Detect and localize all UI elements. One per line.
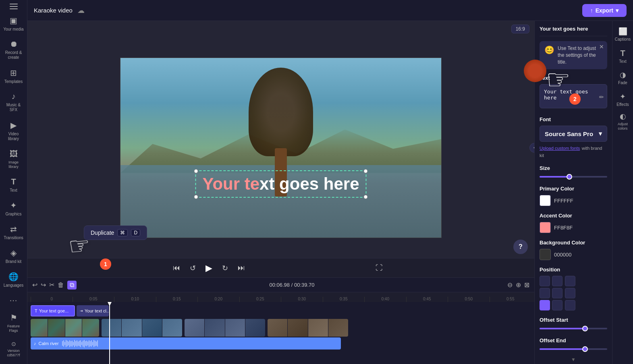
- panel-scroll-down[interactable]: ▼: [540, 358, 607, 361]
- size-slider[interactable]: [540, 176, 607, 178]
- video-segment-1[interactable]: [31, 319, 99, 337]
- video-segment-2[interactable]: [102, 319, 182, 337]
- pos-cell-tl[interactable]: [540, 276, 550, 286]
- sidebar-item-image-library[interactable]: 🖼 Imagelibrary: [2, 146, 26, 172]
- main-content: Karaoke video ☁ ↑ Export ▾ 16:9 ‹: [27, 0, 633, 364]
- pos-cell-tc[interactable]: [552, 276, 562, 286]
- text-panel-icon: T: [620, 49, 625, 58]
- handle-top-right[interactable]: [364, 169, 368, 173]
- sidebar-item-music[interactable]: ♪ Music & SFX: [2, 89, 26, 116]
- undo-button[interactable]: ↩: [32, 281, 37, 289]
- effects-panel-item[interactable]: ✦ Effects: [614, 89, 632, 110]
- hamburger-menu[interactable]: [2, 3, 26, 9]
- tooltip-emoji: 😊: [544, 45, 554, 55]
- pos-cell-ml[interactable]: [540, 288, 550, 298]
- sidebar-item-feature-flags[interactable]: ⚑ FeatureFlags: [2, 310, 26, 336]
- handle-bottom-left[interactable]: [194, 195, 198, 199]
- pos-cell-mc[interactable]: [552, 288, 562, 298]
- pos-cell-bc[interactable]: [552, 300, 562, 310]
- fast-forward-button[interactable]: ↻: [222, 264, 228, 273]
- offset-end-section: Offset End: [540, 337, 607, 352]
- sidebar-item-languages[interactable]: 🌐 Languages: [2, 269, 26, 291]
- sidebar-item-transitions[interactable]: ⇄ Transitions: [2, 221, 26, 243]
- size-slider-container: [540, 174, 607, 179]
- offset-end-slider-thumb[interactable]: [582, 346, 588, 352]
- video-library-icon: ▶: [10, 120, 17, 130]
- version-icon: ⊙: [11, 341, 16, 347]
- tooltip-close-button[interactable]: ✕: [599, 43, 604, 50]
- text-input[interactable]: Your text goes here: [540, 84, 607, 108]
- video-background: [120, 58, 441, 238]
- video-segment-4[interactable]: [268, 319, 348, 337]
- canvas-frame[interactable]: Your text goes here: [120, 58, 442, 238]
- zoom-out-button[interactable]: ⊖: [507, 281, 513, 289]
- delete-button[interactable]: 🗑: [58, 281, 64, 289]
- text-panel-item[interactable]: T Text: [614, 46, 632, 66]
- redo-button[interactable]: ↪: [41, 281, 46, 289]
- adjust-colors-panel-item[interactable]: ◐ Adjustcolors: [614, 111, 632, 131]
- pos-cell-bl[interactable]: [540, 300, 550, 310]
- text-clip-1[interactable]: T Your text goe...: [31, 305, 75, 316]
- sidebar-item-templates[interactable]: ⊞ Templates: [2, 65, 26, 87]
- pos-cell-tr[interactable]: [565, 276, 575, 286]
- sidebar-item-brand-kit[interactable]: ◈ Brand kit: [2, 245, 26, 267]
- fit-timeline-button[interactable]: ⊠: [524, 281, 529, 289]
- ruler-mark: 0:20: [197, 297, 239, 302]
- skip-to-start-button[interactable]: ⏮: [173, 264, 180, 272]
- offset-start-slider-thumb[interactable]: [582, 326, 588, 331]
- project-title[interactable]: Karaoke video: [34, 7, 73, 14]
- help-button[interactable]: ?: [513, 240, 528, 254]
- panel-icons-bar: ⬜ Captions T Text ◑ Fade ✦ Effects ◐ A: [612, 21, 633, 364]
- sidebar-item-more[interactable]: ···: [2, 292, 26, 308]
- cut-button[interactable]: ✂: [49, 281, 54, 289]
- tooltip-banner: 😊 Use Text to adjust the settings of the…: [540, 41, 607, 69]
- canvas-text-selection[interactable]: Your text goes here: [195, 170, 366, 198]
- copy-button[interactable]: ⧉: [67, 281, 77, 290]
- rewind-button[interactable]: ↺: [190, 264, 196, 273]
- sidebar-item-video-library[interactable]: ▶ Video library: [2, 117, 26, 145]
- sidebar-item-text[interactable]: T Text: [2, 174, 26, 196]
- audio-track: ♪ Calm river: [27, 337, 534, 352]
- audio-clip[interactable]: ♪ Calm river: [31, 337, 341, 350]
- sidebar-item-your-media[interactable]: ▣ Your media: [2, 12, 26, 35]
- timeline-area: ↩ ↪ ✂ 🗑 ⧉ 00:06.98 / 00:39.70 ⊖ ⊕ ⊠: [27, 277, 534, 364]
- video-segment-3[interactable]: [185, 319, 265, 337]
- fullscreen-button[interactable]: ⛶: [376, 264, 383, 272]
- panel-collapse-arrow[interactable]: ‹: [529, 143, 534, 153]
- font-selector[interactable]: Source Sans Pro ▾: [540, 126, 607, 142]
- custom-fonts-link: Upload custom fonts with brand kit: [540, 144, 607, 159]
- text-clip-2[interactable]: ⇥ Your text cl...: [77, 305, 109, 316]
- fade-panel-item[interactable]: ◑ Fade: [614, 68, 632, 88]
- playhead[interactable]: [109, 302, 110, 364]
- upload-fonts-link[interactable]: Upload custom fonts: [540, 146, 580, 151]
- accent-color-swatch[interactable]: [540, 222, 551, 233]
- captions-icon: ⬜: [618, 27, 627, 36]
- size-slider-thumb[interactable]: [567, 174, 572, 180]
- accent-color-label: Accent Color: [540, 213, 607, 219]
- keyboard-shortcut-d: D: [131, 229, 140, 236]
- pos-cell-br[interactable]: [565, 300, 575, 310]
- aspect-ratio-badge[interactable]: 16:9: [511, 25, 529, 33]
- sidebar-item-graphics[interactable]: ✦ Graphics: [2, 197, 26, 219]
- text-sidebar-icon: T: [11, 177, 16, 186]
- background-color-swatch[interactable]: [540, 249, 551, 260]
- export-button[interactable]: ↑ Export ▾: [582, 4, 627, 17]
- offset-start-slider[interactable]: [540, 328, 607, 329]
- sidebar-item-record[interactable]: ⏺ Record &create: [2, 36, 26, 63]
- pos-cell-mr[interactable]: [565, 288, 575, 298]
- ruler-mark: 0:35: [323, 297, 365, 302]
- primary-color-swatch[interactable]: [540, 195, 551, 206]
- position-grid: [540, 276, 576, 310]
- cloud-sync-icon[interactable]: ☁: [77, 6, 85, 15]
- offset-end-slider[interactable]: [540, 348, 607, 350]
- workspace: 16:9 ‹: [27, 21, 633, 364]
- handle-bottom-right[interactable]: [364, 195, 368, 199]
- accent-color-section: Accent Color FF8F8F: [540, 213, 607, 233]
- play-button[interactable]: ▶: [205, 263, 212, 273]
- zoom-controls: ⊖ ⊕ ⊠: [507, 281, 529, 289]
- handle-top-left[interactable]: [194, 169, 198, 173]
- zoom-in-button[interactable]: ⊕: [516, 281, 521, 289]
- skip-to-end-button[interactable]: ⏭: [238, 264, 245, 272]
- text-edit-button[interactable]: ✏: [599, 94, 604, 100]
- captions-panel-item[interactable]: ⬜ Captions: [614, 24, 632, 44]
